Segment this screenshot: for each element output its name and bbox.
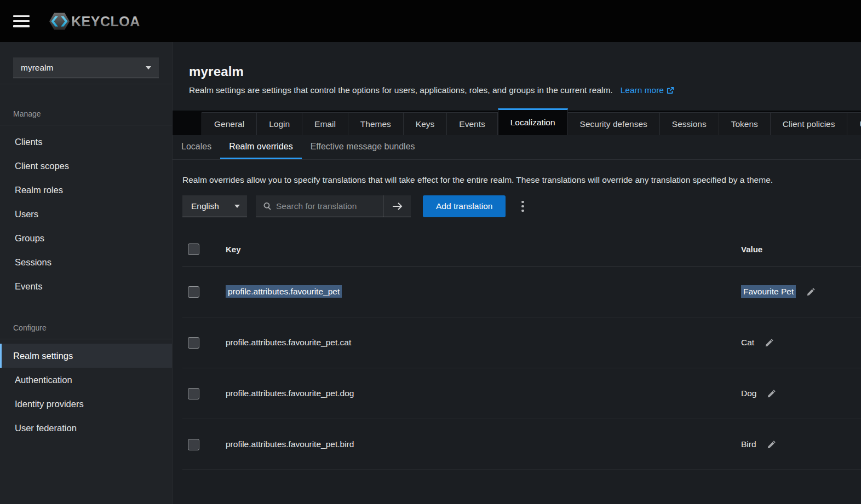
tab-tokens[interactable]: Tokens <box>719 112 771 135</box>
sidebar-item-authentication[interactable]: Authentication <box>0 368 172 392</box>
tab-general[interactable]: General <box>202 112 257 135</box>
nav-section-divider <box>0 125 172 125</box>
translation-value: Cat <box>741 338 754 347</box>
localization-subtabs: Locales Realm overrides Effective messag… <box>173 135 861 160</box>
column-header-key: Key <box>226 245 741 254</box>
page-description: Realm settings are settings that control… <box>189 84 845 96</box>
nav-section-manage: Manage <box>13 109 172 118</box>
learn-more-link[interactable]: Learn more <box>621 85 674 95</box>
translation-key: profile.attributes.favourite_pet.dog <box>226 389 741 398</box>
table-footer-space <box>182 470 861 498</box>
tab-localization[interactable]: Localization <box>498 108 568 135</box>
page-header: myrealm Realm settings are settings that… <box>173 42 861 96</box>
tab-keys[interactable]: Keys <box>404 112 447 135</box>
kebab-menu-icon[interactable] <box>518 198 527 216</box>
sidebar-item-realm-settings[interactable]: Realm settings <box>0 344 172 368</box>
table-row: profile.attributes.favourite_pet.cat Cat <box>182 317 861 368</box>
tab-security-defenses[interactable]: Security defenses <box>568 112 660 135</box>
table-row: profile.attributes.favourite_pet Favouri… <box>182 267 861 317</box>
sidebar-item-client-scopes[interactable]: Client scopes <box>0 154 172 178</box>
sidebar-item-identity-providers[interactable]: Identity providers <box>0 392 172 416</box>
table-header-row: Key Value <box>182 233 861 267</box>
subtab-realm-overrides[interactable]: Realm overrides <box>220 135 301 159</box>
realm-settings-tabs: General Login Email Themes Keys Events L… <box>173 111 861 135</box>
edit-pencil-icon[interactable] <box>767 389 776 398</box>
row-checkbox[interactable] <box>188 286 199 298</box>
column-header-value: Value <box>741 245 861 254</box>
nav-toggle-hamburger-icon[interactable] <box>13 15 30 27</box>
sidebar-item-realm-roles[interactable]: Realm roles <box>0 178 172 202</box>
edit-pencil-icon[interactable] <box>767 440 776 449</box>
sidebar-item-groups[interactable]: Groups <box>0 226 172 250</box>
sidebar-item-sessions[interactable]: Sessions <box>0 250 172 274</box>
select-all-checkbox[interactable] <box>188 244 199 255</box>
translation-value: Dog <box>741 389 756 398</box>
translation-value: Bird <box>741 439 756 449</box>
main-content: myrealm Realm settings are settings that… <box>173 42 861 504</box>
tab-user-clipped[interactable]: Use <box>847 112 861 135</box>
nav-section-configure: Configure <box>13 323 172 332</box>
edit-pencil-icon[interactable] <box>806 287 816 297</box>
tab-themes[interactable]: Themes <box>348 112 404 135</box>
sidebar-item-events[interactable]: Events <box>0 274 172 298</box>
tab-login[interactable]: Login <box>257 112 302 135</box>
translation-key: profile.attributes.favourite_pet <box>226 285 342 298</box>
translations-table: Key Value profile.attributes.favourite_p… <box>182 233 861 498</box>
page-description-text: Realm settings are settings that control… <box>189 85 613 95</box>
search-input[interactable] <box>276 201 377 211</box>
sidebar-item-users[interactable]: Users <box>0 202 172 226</box>
realm-selector-value: myrealm <box>21 63 53 73</box>
search-icon <box>263 202 271 210</box>
sidebar-item-user-federation[interactable]: User federation <box>0 416 172 440</box>
table-row: profile.attributes.favourite_pet.bird Bi… <box>182 419 861 470</box>
nav-section-divider <box>0 339 172 339</box>
locale-select[interactable]: English <box>182 195 247 217</box>
masthead: KEYCLOAK <box>0 0 861 42</box>
tab-client-policies[interactable]: Client policies <box>771 112 848 135</box>
realm-overrides-section: Realm overrides allow you to specify tra… <box>173 175 861 498</box>
subtab-effective-message-bundles[interactable]: Effective message bundles <box>302 135 424 159</box>
row-checkbox[interactable] <box>188 439 199 450</box>
subtab-locales[interactable]: Locales <box>173 135 220 159</box>
locale-select-value: English <box>191 201 219 211</box>
overrides-toolbar: English Add translation <box>182 195 861 217</box>
manage-nav-list: Clients Client scopes Realm roles Users … <box>0 130 172 298</box>
keycloak-logo: KEYCLOAK <box>44 11 140 32</box>
add-translation-button[interactable]: Add translation <box>423 195 506 217</box>
sidebar-divider <box>0 84 172 84</box>
configure-nav-list: Realm settings Authentication Identity p… <box>0 344 172 440</box>
tab-email[interactable]: Email <box>302 112 348 135</box>
realm-selector[interactable]: myrealm <box>13 57 159 78</box>
translation-key: profile.attributes.favourite_pet.bird <box>226 439 741 449</box>
tab-events[interactable]: Events <box>447 112 497 135</box>
table-row: profile.attributes.favourite_pet.dog Dog <box>182 368 861 419</box>
edit-pencil-icon[interactable] <box>765 338 774 347</box>
tab-sessions[interactable]: Sessions <box>660 112 719 135</box>
realm-overrides-description: Realm overrides allow you to specify tra… <box>182 175 861 185</box>
chevron-down-icon <box>146 66 151 69</box>
external-link-icon <box>667 86 674 94</box>
search-submit-button[interactable] <box>383 195 411 217</box>
search-box <box>256 195 383 217</box>
row-checkbox[interactable] <box>188 337 199 349</box>
keycloak-logo-icon: KEYCLOAK <box>44 11 140 32</box>
sidebar: myrealm Manage Clients Client scopes Rea… <box>0 42 173 504</box>
search-group <box>256 195 411 217</box>
sidebar-item-clients[interactable]: Clients <box>0 130 172 154</box>
chevron-down-icon <box>234 205 240 208</box>
svg-text:KEYCLOAK: KEYCLOAK <box>71 13 140 28</box>
arrow-right-icon <box>392 202 403 211</box>
translation-value: Favourite Pet <box>741 285 796 298</box>
page-title: myrealm <box>189 64 845 79</box>
translation-key: profile.attributes.favourite_pet.cat <box>226 338 741 347</box>
row-checkbox[interactable] <box>188 388 199 399</box>
